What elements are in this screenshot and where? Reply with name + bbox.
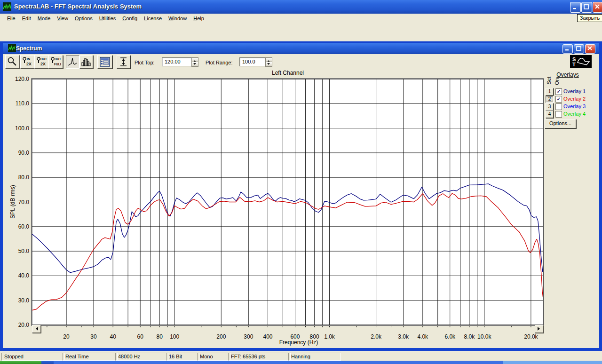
overlay-on-checkbox-1[interactable]: ✓ (555, 88, 562, 95)
svg-text:2X: 2X (26, 62, 32, 66)
app-icon (3, 2, 11, 11)
svg-text:OUT: OUT (40, 57, 47, 61)
menu-item-utilities[interactable]: Utilities (96, 15, 119, 22)
plot-range-input[interactable]: 100.0 (239, 57, 268, 66)
svg-text:2X: 2X (40, 62, 46, 66)
chart-title: Left Channel (226, 70, 350, 76)
menu-item-options[interactable]: Options (71, 15, 96, 22)
menu-item-config[interactable]: Config (119, 15, 141, 22)
status-panel-real-time: Real Time (63, 353, 118, 361)
spectrum-window-title: Spectrum (16, 45, 42, 52)
y-tick-label: 70.0 (5, 199, 29, 206)
spectrum-window-icon (8, 44, 16, 54)
spectralab-logo: ST (570, 55, 592, 68)
display-options-button[interactable] (97, 55, 112, 69)
menu-item-help[interactable]: Help (190, 15, 207, 22)
overlays-options-button[interactable]: Options... (545, 119, 576, 128)
x-tick-label: 200 (209, 333, 233, 340)
menu-item-edit[interactable]: Edit (19, 15, 34, 22)
y-tick-label: 100.0 (5, 125, 29, 132)
x-tick-label: 20.0k (519, 333, 543, 340)
overlay-set-button-3[interactable]: 3 (546, 103, 554, 111)
plot-top-spin-down[interactable] (191, 62, 198, 67)
overlay-label-2: Overlay 2 (563, 96, 586, 102)
y-tick-label: 40.0 (5, 272, 29, 279)
x-tick-label: 1.0k (317, 333, 342, 340)
zoom-tool-button[interactable] (5, 55, 20, 69)
overlay-set-button-4[interactable]: 4 (546, 111, 554, 118)
minimize-button[interactable] (570, 2, 581, 13)
plot-range-label: Plot Range: (206, 60, 232, 65)
y-tick-label: 80.0 (5, 174, 29, 181)
taskbar-task-button[interactable] (54, 361, 503, 364)
y-tick-label: 120.0 (5, 76, 29, 82)
spectrum-maximize-button[interactable] (574, 44, 584, 54)
plot-top-input[interactable]: 120.00 (162, 57, 194, 66)
menu-item-mode[interactable]: Mode (34, 15, 54, 22)
x-tick-label: 2.0k (364, 333, 388, 340)
status-panel-stopped: Stopped (1, 353, 65, 361)
start-button[interactable] (0, 361, 41, 364)
x-tick-label: 400 (255, 333, 280, 340)
spectrum-close-button[interactable] (585, 44, 595, 54)
y-tick-label: 20.0 (5, 322, 29, 328)
taskbar-tray (503, 361, 602, 364)
application-window: SpectraLAB - FFT Spectral Analysis Syste… (0, 0, 602, 364)
overlay-label-1: Overlay 1 (563, 88, 586, 94)
close-button[interactable] (593, 2, 602, 13)
status-bar: StoppedReal Time48000 Hz16 BitMonoFFT: 6… (0, 351, 602, 361)
x-tick-label: 20 (54, 333, 79, 340)
svg-text:IN: IN (27, 57, 30, 61)
menu-item-view[interactable]: View (54, 15, 71, 22)
zoom-out-full-button[interactable]: OUTFULL (48, 55, 63, 69)
menu-bar: FileEditModeViewOptionsUtilitiesConfigLi… (0, 14, 602, 23)
status-panel-fft-65536-pts: FFT: 65536 pts (228, 353, 291, 361)
y-tick-label: 90.0 (5, 150, 29, 156)
status-panel-16-bit: 16 Bit (166, 353, 199, 361)
main-toolbar: Run Stop Avg: 20 Peak Hold (0, 23, 602, 42)
menu-item-license[interactable]: License (141, 15, 165, 22)
line-spectrum-view-button[interactable] (66, 55, 79, 69)
overlay-on-checkbox-3[interactable] (555, 103, 562, 110)
x-axis-title: Frequency (Hz) (268, 339, 329, 346)
svg-text:OUT: OUT (55, 57, 61, 61)
y-tick-label: 110.0 (5, 100, 29, 107)
y-tick-label: 30.0 (5, 297, 29, 304)
svg-text:T: T (572, 62, 576, 67)
zoom-in-2x-button[interactable]: IN2X (20, 55, 35, 69)
spectrum-minimize-button[interactable] (562, 44, 573, 54)
overlay-label-4: Overlay 4 (563, 111, 586, 117)
zoom-out-2x-button[interactable]: OUT2X (34, 55, 49, 69)
y-tick-label: 60.0 (5, 223, 29, 230)
maximize-button[interactable] (581, 2, 592, 13)
plot-top-label: Plot Top: (135, 60, 155, 65)
bar-spectrum-view-button[interactable] (79, 55, 93, 69)
menu-item-window[interactable]: Window (165, 15, 190, 22)
spectrum-title-bar (3, 43, 599, 54)
title-bar: SpectraLAB - FFT Spectral Analysis Syste… (0, 0, 602, 14)
scroll-left-button[interactable] (32, 325, 41, 333)
plot-range-spin-down[interactable] (265, 62, 272, 67)
status-panel-mono: Mono (197, 353, 230, 361)
x-tick-label: 40 (101, 333, 125, 340)
spectrum-window (3, 43, 599, 348)
vertical-scale-button[interactable] (117, 55, 130, 69)
svg-text:FULL: FULL (54, 63, 61, 66)
overlays-set-column-label: Set (546, 77, 552, 85)
overlays-on-column-label: On (554, 78, 560, 85)
status-panel-48000-hz: 48000 Hz (115, 353, 168, 361)
x-tick-label: 10.0k (472, 333, 497, 340)
overlay-on-checkbox-2[interactable]: ✓ (555, 96, 562, 103)
y-tick-label: 50.0 (5, 248, 29, 254)
window-title: SpectraLAB - FFT Spectral Analysis Syste… (14, 3, 142, 10)
overlays-panel-title: Overlays (551, 71, 584, 78)
overlay-on-checkbox-4[interactable] (555, 111, 562, 118)
overlay-set-button-2[interactable]: 2 (546, 95, 554, 103)
status-panel-hanning: Hanning (288, 353, 341, 361)
scroll-right-button[interactable] (535, 325, 544, 333)
menu-item-file[interactable]: File (4, 15, 19, 22)
overlay-set-button-1[interactable]: 1 (546, 88, 554, 95)
x-tick-label: 100 (162, 333, 187, 340)
x-tick-label: 4.0k (411, 333, 435, 340)
overlay-label-3: Overlay 3 (563, 103, 586, 109)
